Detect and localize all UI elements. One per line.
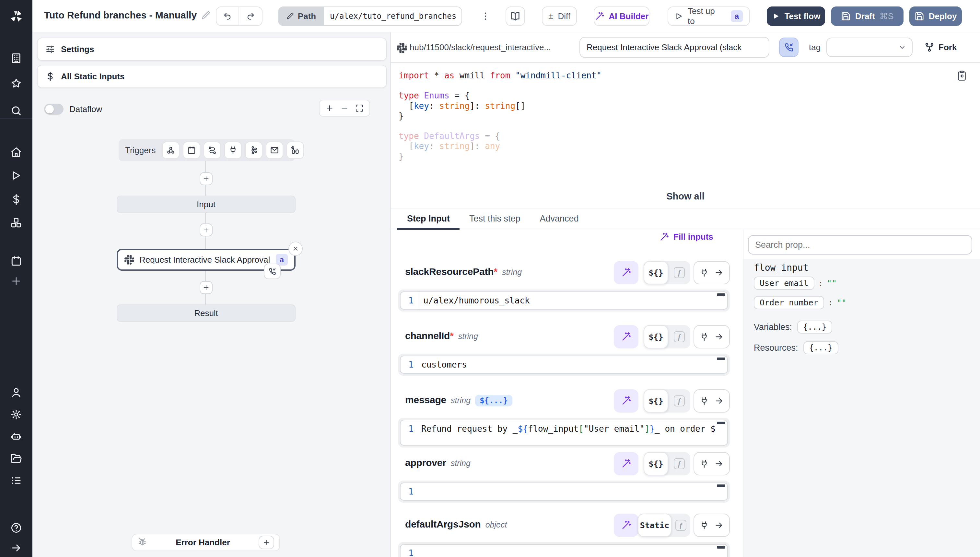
- path-input[interactable]: [324, 7, 462, 26]
- input-mode-template-button[interactable]: ${}: [644, 325, 668, 349]
- triggers-node[interactable]: Triggers: [119, 139, 295, 161]
- sidebar-item-folder[interactable]: [10, 453, 22, 464]
- sidebar-item-home[interactable]: [10, 147, 22, 158]
- tag-select[interactable]: [826, 37, 913, 57]
- input-mode-function-button[interactable]: f: [671, 520, 690, 531]
- sidebar-item-boxes[interactable]: [10, 217, 22, 229]
- prop-search-input[interactable]: [748, 235, 972, 254]
- trigger-webhook-button[interactable]: [162, 142, 180, 159]
- sidebar-item-calendar[interactable]: [10, 255, 22, 267]
- input-mode-function-button[interactable]: f: [668, 396, 690, 406]
- ai-fill-button[interactable]: [614, 389, 639, 412]
- sidebar-item-robot[interactable]: [10, 431, 22, 442]
- test-up-to-button[interactable]: Test up to a: [668, 7, 750, 26]
- error-handler-node[interactable]: Error Handler: [132, 534, 280, 551]
- connect-input-button[interactable]: [694, 514, 730, 537]
- trigger-route-button[interactable]: [204, 142, 221, 159]
- path-button[interactable]: Path: [278, 7, 324, 26]
- tab-test-this-step[interactable]: Test this step: [459, 209, 530, 230]
- field-editor-defaultArgsJson[interactable]: 1: [400, 544, 728, 557]
- edit-title-button[interactable]: [201, 11, 210, 20]
- docs-button[interactable]: [506, 7, 525, 26]
- sidebar-item-list[interactable]: [10, 475, 22, 486]
- connect-input-button[interactable]: [694, 389, 730, 412]
- code-editor[interactable]: import * as wmill from "windmill-client"…: [391, 63, 980, 208]
- dataflow-toggle[interactable]: [44, 104, 64, 115]
- input-mode-template-button[interactable]: ${}: [644, 389, 668, 412]
- diff-button[interactable]: ± Diff: [542, 7, 577, 26]
- sidebar-item-arrow-right[interactable]: [10, 542, 22, 554]
- flow-input-prop-order-number[interactable]: Order number:"": [754, 296, 846, 309]
- result-node[interactable]: Result: [117, 305, 296, 322]
- sidebar-item-building[interactable]: [10, 52, 22, 64]
- insert-step-button[interactable]: [199, 223, 212, 236]
- trigger-poll-button[interactable]: [286, 142, 304, 159]
- save-icon: [915, 11, 924, 21]
- suspend-approval-button[interactable]: [779, 37, 799, 57]
- ai-fill-button[interactable]: [614, 261, 639, 284]
- zoom-in-button[interactable]: [325, 104, 334, 112]
- connect-input-button[interactable]: [694, 261, 730, 284]
- connect-input-button[interactable]: [694, 325, 730, 349]
- variables-row[interactable]: Variables:{...}: [754, 321, 832, 334]
- windmill-logo[interactable]: [9, 9, 23, 23]
- deploy-button[interactable]: Deploy: [909, 7, 962, 26]
- zoom-out-button[interactable]: [340, 104, 349, 112]
- fill-inputs-button[interactable]: Fill inputs: [659, 232, 713, 242]
- field-editor-message[interactable]: 1Refund request by _${flow_input["User e…: [400, 420, 728, 446]
- tab-step-input[interactable]: Step Input: [397, 209, 459, 230]
- hub-script-path[interactable]: hub/11500/slack/request_interactive...: [410, 42, 551, 52]
- fork-button[interactable]: Fork: [924, 42, 957, 52]
- insert-step-button[interactable]: [199, 172, 212, 185]
- sidebar-item-plus[interactable]: [10, 275, 22, 287]
- show-all-button[interactable]: Show all: [391, 191, 980, 202]
- ai-fill-button[interactable]: [614, 325, 639, 349]
- field-editor-slackResourcePath[interactable]: 1u/alex/humorous_slack: [400, 292, 728, 309]
- input-mode-function-button[interactable]: f: [668, 331, 690, 342]
- input-mode-template-button[interactable]: ${}: [644, 452, 668, 476]
- input-mode-function-button[interactable]: f: [668, 267, 690, 278]
- trigger-plug-button[interactable]: [224, 142, 242, 159]
- draft-button[interactable]: Draft ⌘S: [831, 7, 903, 26]
- flow-input-root[interactable]: flow_input: [754, 262, 808, 273]
- ai-fill-button[interactable]: [614, 514, 639, 537]
- input-mode-function-button[interactable]: f: [668, 458, 690, 469]
- sidebar-item-search[interactable]: [10, 105, 22, 117]
- field-editor-channelId[interactable]: 1customers: [400, 355, 728, 374]
- sidebar-item-star[interactable]: [10, 78, 22, 90]
- sidebar-item-user[interactable]: [10, 387, 22, 398]
- field-editor-approver[interactable]: 1: [400, 482, 728, 501]
- sidebar-item-help[interactable]: [10, 522, 22, 534]
- prop-key-pill[interactable]: User email: [754, 277, 814, 290]
- flow-input-prop-user-email[interactable]: User email:"": [754, 277, 837, 290]
- ai-fill-button[interactable]: [614, 452, 639, 476]
- input-node[interactable]: Input: [117, 195, 296, 213]
- test-flow-button[interactable]: Test flow: [767, 7, 825, 26]
- fit-view-button[interactable]: [355, 104, 364, 112]
- sidebar-item-gear[interactable]: [10, 409, 22, 420]
- extra-value-pill[interactable]: {...}: [797, 321, 832, 334]
- input-mode-template-button[interactable]: ${}: [644, 261, 668, 284]
- prop-key-pill[interactable]: Order number: [754, 296, 824, 309]
- extra-value-pill[interactable]: {...}: [804, 341, 838, 354]
- input-mode-static-button[interactable]: Static: [638, 514, 671, 537]
- redo-button[interactable]: [239, 7, 262, 25]
- flow-settings-button[interactable]: Settings: [37, 37, 387, 61]
- step-name-input[interactable]: [580, 37, 769, 58]
- paste-icon[interactable]: [956, 70, 968, 81]
- trigger-calendar-button[interactable]: [183, 142, 200, 159]
- delete-step-button[interactable]: [288, 241, 303, 256]
- resources-row[interactable]: Resources:{...}: [754, 341, 838, 354]
- connect-input-button[interactable]: [694, 452, 730, 476]
- insert-step-button[interactable]: [199, 281, 212, 294]
- sidebar-item-dollar[interactable]: [10, 194, 22, 205]
- trigger-kafka-button[interactable]: [245, 142, 263, 159]
- ai-builder-button[interactable]: AI Builder: [594, 7, 650, 26]
- all-static-inputs-button[interactable]: All Static Inputs: [37, 65, 387, 88]
- sidebar-item-play[interactable]: [10, 170, 22, 181]
- undo-button[interactable]: [217, 7, 239, 25]
- tab-advanced[interactable]: Advanced: [530, 209, 588, 230]
- trigger-mail-button[interactable]: [266, 142, 283, 159]
- add-error-handler-button[interactable]: [259, 536, 274, 549]
- more-menu-button[interactable]: [480, 7, 491, 26]
